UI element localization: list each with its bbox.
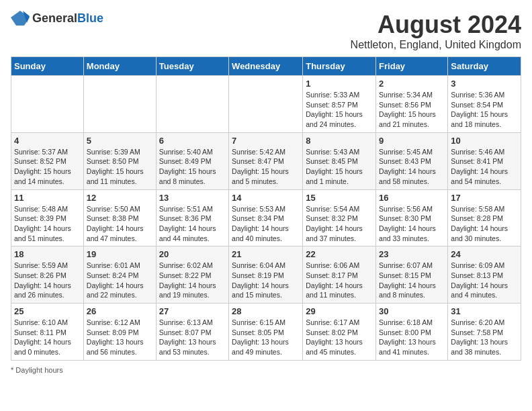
calendar-cell: 13Sunrise: 5:51 AMSunset: 8:36 PMDayligh… [156,189,228,246]
calendar-week-row: 11Sunrise: 5:48 AMSunset: 8:39 PMDayligh… [11,189,521,246]
day-number: 30 [379,306,445,316]
calendar-cell: 22Sunrise: 6:06 AMSunset: 8:17 PMDayligh… [303,246,376,304]
calendar-cell: 3Sunrise: 5:36 AMSunset: 8:54 PMDaylight… [448,76,521,133]
calendar-cell: 8Sunrise: 5:43 AMSunset: 8:45 PMDaylight… [303,132,376,189]
day-number: 25 [14,306,81,316]
calendar-cell: 12Sunrise: 5:50 AMSunset: 8:38 PMDayligh… [83,189,156,246]
calendar-cell: 7Sunrise: 5:42 AMSunset: 8:47 PMDaylight… [229,132,303,189]
calendar-week-row: 1Sunrise: 5:33 AMSunset: 8:57 PMDaylight… [11,76,521,133]
day-number: 11 [14,193,81,203]
calendar-cell: 1Sunrise: 5:33 AMSunset: 8:57 PMDaylight… [303,76,376,133]
day-info: Sunrise: 6:15 AMSunset: 8:05 PMDaylight:… [232,318,300,357]
day-number: 16 [379,193,445,203]
day-info: Sunrise: 5:36 AMSunset: 8:54 PMDaylight:… [451,90,518,130]
day-number: 3 [451,79,518,89]
column-header-wednesday: Wednesday [229,57,303,76]
calendar-cell: 30Sunrise: 6:18 AMSunset: 8:00 PMDayligh… [376,304,448,361]
calendar-cell: 5Sunrise: 5:39 AMSunset: 8:50 PMDaylight… [83,132,156,189]
subtitle: Nettleton, England, United Kingdom [351,39,521,51]
calendar-cell: 23Sunrise: 6:07 AMSunset: 8:15 PMDayligh… [376,246,448,304]
column-header-sunday: Sunday [11,57,84,76]
day-info: Sunrise: 6:04 AMSunset: 8:19 PMDaylight:… [232,261,300,300]
main-title: August 2024 [351,11,521,39]
calendar-cell: 19Sunrise: 6:01 AMSunset: 8:24 PMDayligh… [83,246,156,304]
calendar-cell: 20Sunrise: 6:02 AMSunset: 8:22 PMDayligh… [156,246,228,304]
day-info: Sunrise: 6:09 AMSunset: 8:13 PMDaylight:… [451,261,518,300]
header: GeneralBlue August 2024 Nettleton, Engla… [11,11,521,51]
calendar-cell [83,76,156,133]
day-info: Sunrise: 6:12 AMSunset: 8:09 PMDaylight:… [87,318,153,357]
day-info: Sunrise: 6:20 AMSunset: 7:58 PMDaylight:… [451,318,518,357]
day-info: Sunrise: 5:42 AMSunset: 8:47 PMDaylight:… [232,147,300,187]
day-info: Sunrise: 5:48 AMSunset: 8:39 PMDaylight:… [14,204,81,244]
calendar-week-row: 4Sunrise: 5:37 AMSunset: 8:52 PMDaylight… [11,132,521,189]
day-number: 23 [379,249,445,259]
day-number: 29 [306,306,373,316]
day-info: Sunrise: 6:01 AMSunset: 8:24 PMDaylight:… [87,261,153,300]
day-number: 12 [87,193,153,203]
day-info: Sunrise: 5:58 AMSunset: 8:28 PMDaylight:… [451,204,518,244]
day-number: 31 [451,306,518,316]
day-number: 17 [451,193,518,203]
day-info: Sunrise: 5:50 AMSunset: 8:38 PMDaylight:… [87,204,153,244]
day-info: Sunrise: 5:45 AMSunset: 8:43 PMDaylight:… [379,147,445,187]
column-header-monday: Monday [83,57,156,76]
calendar-cell: 31Sunrise: 6:20 AMSunset: 7:58 PMDayligh… [448,304,521,361]
calendar-cell: 14Sunrise: 5:53 AMSunset: 8:34 PMDayligh… [229,189,303,246]
calendar-cell: 11Sunrise: 5:48 AMSunset: 8:39 PMDayligh… [11,189,84,246]
day-number: 24 [451,249,518,259]
calendar-cell: 10Sunrise: 5:46 AMSunset: 8:41 PMDayligh… [448,132,521,189]
column-header-friday: Friday [376,57,448,76]
day-info: Sunrise: 6:07 AMSunset: 8:15 PMDaylight:… [379,261,445,300]
column-header-saturday: Saturday [448,57,521,76]
calendar-cell [156,76,228,133]
day-number: 8 [306,136,373,146]
footer-note: * Daylight hours [11,366,521,374]
day-info: Sunrise: 5:33 AMSunset: 8:57 PMDaylight:… [306,90,373,130]
title-area: August 2024 Nettleton, England, United K… [351,11,521,51]
day-number: 27 [159,306,226,316]
calendar-cell: 26Sunrise: 6:12 AMSunset: 8:09 PMDayligh… [83,304,156,361]
day-info: Sunrise: 5:59 AMSunset: 8:26 PMDaylight:… [14,261,81,300]
calendar-cell: 28Sunrise: 6:15 AMSunset: 8:05 PMDayligh… [229,304,303,361]
day-info: Sunrise: 5:34 AMSunset: 8:56 PMDaylight:… [379,90,445,130]
day-info: Sunrise: 5:56 AMSunset: 8:30 PMDaylight:… [379,204,445,244]
calendar-cell: 15Sunrise: 5:54 AMSunset: 8:32 PMDayligh… [303,189,376,246]
day-info: Sunrise: 6:18 AMSunset: 8:00 PMDaylight:… [379,318,445,357]
calendar-cell: 27Sunrise: 6:13 AMSunset: 8:07 PMDayligh… [156,304,228,361]
day-info: Sunrise: 5:54 AMSunset: 8:32 PMDaylight:… [306,204,373,244]
day-number: 1 [306,79,373,89]
day-info: Sunrise: 5:40 AMSunset: 8:49 PMDaylight:… [159,147,226,187]
day-number: 22 [306,249,373,259]
day-number: 20 [159,249,226,259]
calendar-cell: 9Sunrise: 5:45 AMSunset: 8:43 PMDaylight… [376,132,448,189]
day-number: 10 [451,136,518,146]
day-info: Sunrise: 5:39 AMSunset: 8:50 PMDaylight:… [87,147,153,187]
day-number: 26 [87,306,153,316]
day-number: 21 [232,249,300,259]
day-number: 14 [232,193,300,203]
day-info: Sunrise: 6:13 AMSunset: 8:07 PMDaylight:… [159,318,226,357]
calendar-cell: 25Sunrise: 6:10 AMSunset: 8:11 PMDayligh… [11,304,84,361]
logo-text-general: General [32,11,77,25]
calendar-header-row: SundayMondayTuesdayWednesdayThursdayFrid… [11,57,521,76]
calendar-cell: 6Sunrise: 5:40 AMSunset: 8:49 PMDaylight… [156,132,228,189]
column-header-thursday: Thursday [303,57,376,76]
day-info: Sunrise: 6:06 AMSunset: 8:17 PMDaylight:… [306,261,373,300]
logo-icon [11,11,30,26]
day-info: Sunrise: 5:53 AMSunset: 8:34 PMDaylight:… [232,204,300,244]
calendar: SundayMondayTuesdayWednesdayThursdayFrid… [11,56,521,361]
calendar-cell: 21Sunrise: 6:04 AMSunset: 8:19 PMDayligh… [229,246,303,304]
day-number: 28 [232,306,300,316]
calendar-cell: 29Sunrise: 6:17 AMSunset: 8:02 PMDayligh… [303,304,376,361]
day-info: Sunrise: 6:17 AMSunset: 8:02 PMDaylight:… [306,318,373,357]
day-info: Sunrise: 6:02 AMSunset: 8:22 PMDaylight:… [159,261,226,300]
calendar-cell: 4Sunrise: 5:37 AMSunset: 8:52 PMDaylight… [11,132,84,189]
day-number: 15 [306,193,373,203]
calendar-week-row: 25Sunrise: 6:10 AMSunset: 8:11 PMDayligh… [11,304,521,361]
calendar-cell: 18Sunrise: 5:59 AMSunset: 8:26 PMDayligh… [11,246,84,304]
calendar-cell [229,76,303,133]
column-header-tuesday: Tuesday [156,57,228,76]
day-number: 2 [379,79,445,89]
day-number: 9 [379,136,445,146]
